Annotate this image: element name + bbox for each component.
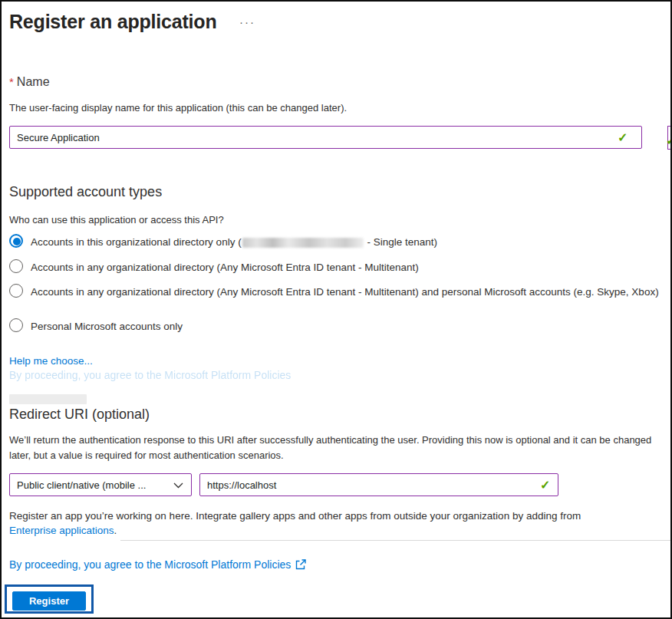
- radio-label: Accounts in any organizational directory…: [31, 259, 419, 275]
- radio-multitenant[interactable]: Accounts in any organizational directory…: [9, 259, 666, 275]
- required-asterisk: *: [9, 75, 14, 88]
- radio-personal-only[interactable]: Personal Microsoft accounts only: [9, 318, 666, 334]
- page-title: Register an application: [9, 11, 216, 33]
- section-divider: [120, 540, 672, 541]
- clipped-check-icon: ✓: [666, 133, 672, 148]
- valid-check-icon: ✓: [618, 130, 628, 145]
- radio-single-tenant[interactable]: Accounts in this organizational director…: [9, 234, 666, 249]
- radio-multitenant-personal[interactable]: Accounts in any organizational directory…: [9, 284, 666, 299]
- name-label-text: Name: [17, 75, 50, 88]
- radio-label: Accounts in any organizational directory…: [31, 284, 659, 299]
- radio-button-icon[interactable]: [9, 259, 23, 273]
- platform-select-value: Public client/native (mobile ...: [17, 479, 146, 491]
- ghost-blob-artifact: [9, 394, 87, 404]
- platform-select[interactable]: Public client/native (mobile ...: [9, 473, 192, 496]
- register-note: Register an app you’re working on here. …: [9, 509, 646, 538]
- radio-button-icon[interactable]: [9, 234, 23, 248]
- name-label: *Name: [9, 75, 50, 89]
- more-options-button[interactable]: ···: [239, 15, 255, 28]
- enterprise-applications-link[interactable]: Enterprise applications: [9, 525, 114, 536]
- radio-button-icon[interactable]: [9, 318, 23, 332]
- name-description: The user-facing display name for this ap…: [9, 102, 347, 114]
- external-link-icon: [295, 559, 307, 572]
- redacted-tenant-name: [242, 238, 364, 248]
- register-button[interactable]: Register: [12, 591, 86, 611]
- redirect-uri-description: We’ll return the authentication response…: [9, 433, 670, 463]
- account-types-question: Who can use this application or access t…: [9, 214, 224, 226]
- radio-button-icon[interactable]: [9, 284, 23, 298]
- radio-label: Accounts in this organizational director…: [31, 234, 437, 249]
- help-me-choose-link[interactable]: Help me choose...: [9, 355, 93, 367]
- redirect-uri-input[interactable]: [199, 473, 558, 496]
- valid-check-icon: ✓: [540, 478, 550, 492]
- radio-label: Personal Microsoft accounts only: [31, 318, 183, 334]
- platform-policies-link-row: By proceeding, you agree to the Microsof…: [9, 558, 307, 572]
- ghost-policy-text-artifact: By proceeding, you agree to the Microsof…: [9, 369, 291, 381]
- chevron-down-icon: [173, 479, 183, 491]
- supported-account-types-heading: Supported account types: [9, 184, 162, 200]
- name-input[interactable]: [9, 126, 642, 149]
- app-registration-page: Register an application ··· *Name The us…: [0, 0, 672, 619]
- platform-policies-link[interactable]: By proceeding, you agree to the Microsof…: [9, 558, 291, 571]
- register-button-highlight: Register: [5, 584, 94, 614]
- redirect-uri-heading: Redirect URI (optional): [9, 407, 150, 423]
